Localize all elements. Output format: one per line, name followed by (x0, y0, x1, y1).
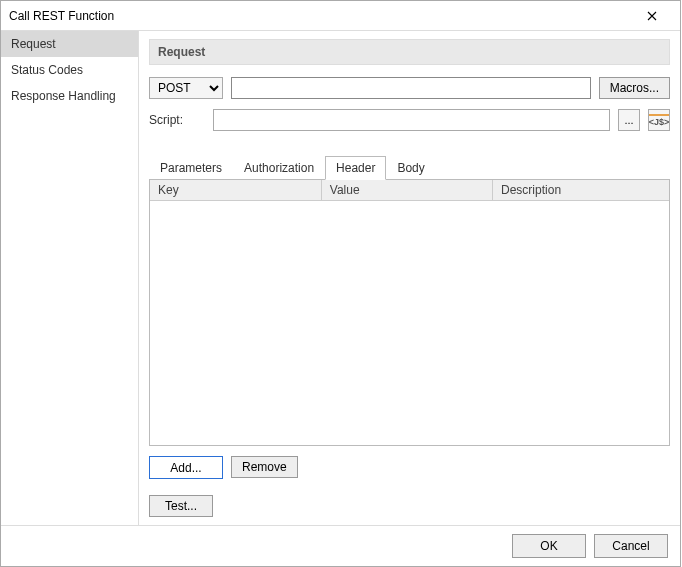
sidebar-item-label: Status Codes (11, 63, 83, 77)
headers-table: Key Value Description (150, 180, 669, 201)
sidebar-item-response-handling[interactable]: Response Handling (1, 83, 138, 109)
url-input[interactable] (231, 77, 591, 99)
remove-button[interactable]: Remove (231, 456, 298, 478)
column-description[interactable]: Description (493, 180, 669, 201)
ok-button[interactable]: OK (512, 534, 586, 558)
titlebar: Call REST Function (1, 1, 680, 31)
add-button[interactable]: Add... (149, 456, 223, 479)
main-panel: Request POST Macros... Script: ... <J$> (139, 31, 680, 525)
tab-label: Header (336, 161, 375, 175)
script-input[interactable] (213, 109, 610, 131)
macros-button[interactable]: Macros... (599, 77, 670, 99)
column-key[interactable]: Key (150, 180, 321, 201)
sidebar-item-label: Request (11, 37, 56, 51)
script-label: Script: (149, 113, 205, 127)
table-header-row: Key Value Description (150, 180, 669, 201)
test-row: Test... (149, 495, 670, 517)
browse-script-button[interactable]: ... (618, 109, 640, 131)
dialog-body: Request Status Codes Response Handling R… (1, 31, 680, 525)
http-method-select[interactable]: POST (149, 77, 223, 99)
tab-label: Authorization (244, 161, 314, 175)
form-area: POST Macros... Script: ... <J$> (149, 65, 670, 149)
sidebar-item-label: Response Handling (11, 89, 116, 103)
headers-table-container: Key Value Description (149, 180, 670, 446)
tab-label: Parameters (160, 161, 222, 175)
tabs: Parameters Authorization Header Body (149, 155, 670, 180)
cancel-button[interactable]: Cancel (594, 534, 668, 558)
column-value[interactable]: Value (321, 180, 492, 201)
row-script: Script: ... <J$> (149, 109, 670, 131)
dialog-title: Call REST Function (9, 9, 632, 23)
section-heading: Request (149, 39, 670, 65)
tab-parameters[interactable]: Parameters (149, 156, 233, 180)
dialog-footer: OK Cancel (1, 525, 680, 566)
tab-authorization[interactable]: Authorization (233, 156, 325, 180)
test-button[interactable]: Test... (149, 495, 213, 517)
tab-body[interactable]: Body (386, 156, 435, 180)
dialog: Call REST Function Request Status Codes … (0, 0, 681, 567)
close-button[interactable] (632, 2, 672, 30)
close-icon (647, 11, 657, 21)
js-icon: <J$> (649, 114, 670, 127)
sidebar-item-status-codes[interactable]: Status Codes (1, 57, 138, 83)
table-buttons: Add... Remove (149, 456, 670, 479)
tab-label: Body (397, 161, 424, 175)
row-method-url: POST Macros... (149, 77, 670, 99)
sidebar: Request Status Codes Response Handling (1, 31, 139, 525)
tab-header[interactable]: Header (325, 156, 386, 180)
edit-js-button[interactable]: <J$> (648, 109, 670, 131)
sidebar-item-request[interactable]: Request (1, 31, 138, 57)
